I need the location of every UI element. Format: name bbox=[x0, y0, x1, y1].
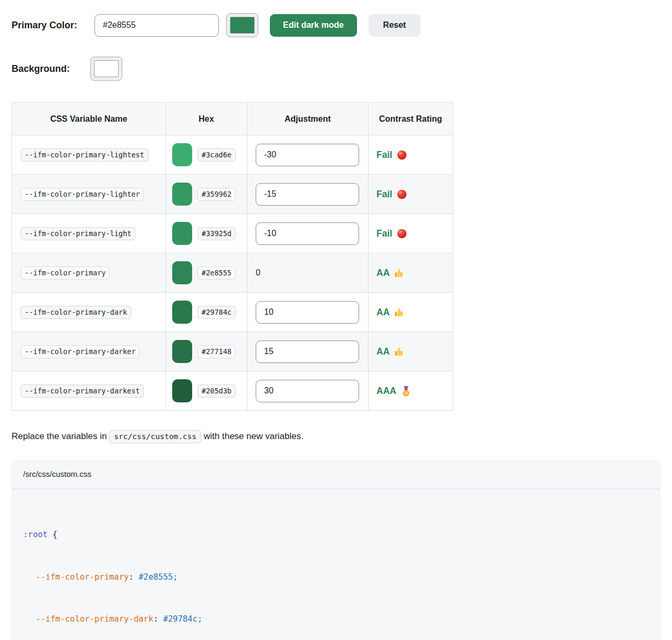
table-row: --ifm-color-primary-lightest #3cad6e Fai… bbox=[12, 135, 453, 175]
color-swatch bbox=[172, 301, 192, 324]
background-color-label: Background: bbox=[12, 63, 83, 74]
background-color-picker[interactable] bbox=[90, 57, 122, 81]
header-css-variable-name: CSS Variable Name bbox=[12, 103, 166, 135]
red-circle-icon bbox=[396, 189, 407, 200]
primary-color-picker[interactable] bbox=[226, 13, 258, 37]
primary-color-swatch bbox=[230, 17, 255, 34]
hex-value-pill: #29784c bbox=[197, 306, 236, 319]
table-row: --ifm-color-primary-darkest #205d3b AAA bbox=[12, 371, 453, 411]
adjustment-input[interactable] bbox=[256, 380, 359, 402]
thumbs-up-icon bbox=[394, 268, 405, 279]
contrast-rating: Fail bbox=[376, 228, 445, 239]
header-hex: Hex bbox=[166, 103, 247, 135]
primary-color-input[interactable] bbox=[94, 14, 219, 37]
variable-name-pill: --ifm-color-primary-dark bbox=[20, 306, 131, 319]
table-row: --ifm-color-primary-light #33925d Fail bbox=[12, 214, 453, 253]
color-swatch bbox=[172, 222, 192, 245]
primary-color-label: Primary Color: bbox=[12, 20, 94, 31]
hex-value-pill: #2e8555 bbox=[197, 266, 236, 280]
thumbs-up-icon bbox=[394, 346, 405, 357]
thumbs-up-icon bbox=[394, 307, 405, 318]
variable-name-pill: --ifm-color-primary-darker bbox=[20, 345, 140, 358]
rating-label: AA bbox=[376, 346, 390, 357]
background-color-row: Background: bbox=[12, 57, 660, 81]
adjustment-input[interactable] bbox=[256, 301, 359, 324]
background-color-swatch bbox=[94, 60, 119, 77]
contrast-rating: Fail bbox=[376, 189, 445, 200]
table-row: --ifm-color-primary-darker #277148 AA bbox=[12, 332, 453, 371]
contrast-rating: AA bbox=[376, 346, 445, 357]
variable-name-pill: --ifm-color-primary-light bbox=[20, 227, 135, 240]
contrast-rating: AA bbox=[376, 268, 445, 279]
table-header-row: CSS Variable Name Hex Adjustment Contras… bbox=[12, 103, 453, 135]
contrast-rating: Fail bbox=[376, 150, 445, 161]
hex-value-pill: #359962 bbox=[197, 188, 236, 201]
red-circle-icon bbox=[396, 150, 407, 161]
hex-value-pill: #33925d bbox=[197, 227, 236, 240]
rating-label: Fail bbox=[376, 228, 392, 239]
variable-name-pill: --ifm-color-primary-lightest bbox=[20, 148, 149, 162]
adjustment-input[interactable] bbox=[256, 340, 359, 363]
table-row: --ifm-color-primary-dark #29784c AA bbox=[12, 293, 453, 332]
edit-dark-mode-button[interactable]: Edit dark mode bbox=[270, 14, 357, 37]
variable-name-pill: --ifm-color-primary bbox=[20, 266, 110, 280]
replace-note: Replace the variables in src/css/custom.… bbox=[12, 430, 660, 443]
note-text-after: with these new variables. bbox=[201, 431, 303, 441]
note-text-before: Replace the variables in bbox=[12, 431, 109, 441]
color-swatch bbox=[172, 261, 192, 284]
rating-label: AA bbox=[376, 268, 390, 279]
adjustment-input[interactable] bbox=[256, 183, 359, 206]
contrast-rating: AAA bbox=[376, 386, 445, 397]
contrast-rating: AA bbox=[376, 307, 445, 318]
hex-value-pill: #205d3b bbox=[197, 385, 236, 398]
color-swatch bbox=[172, 379, 192, 402]
code-block-body: :root { --ifm-color-primary: #2e8555; --… bbox=[12, 489, 660, 640]
table-row: --ifm-color-primary #2e8555 0 AA bbox=[12, 253, 453, 293]
hex-value-pill: #3cad6e bbox=[197, 148, 236, 162]
adjustment-input[interactable] bbox=[256, 144, 359, 166]
header-contrast-rating: Contrast Rating bbox=[369, 103, 453, 135]
note-inline-code: src/css/custom.css bbox=[109, 430, 201, 443]
primary-color-row: Primary Color: Edit dark mode Reset bbox=[12, 13, 660, 37]
code-line-declaration: --ifm-color-primary-dark: #29784c; bbox=[23, 612, 649, 626]
color-swatch bbox=[172, 183, 192, 206]
code-block: /src/css/custom.css :root { --ifm-color-… bbox=[12, 460, 660, 640]
code-line-root: :root { bbox=[23, 528, 649, 542]
variable-name-pill: --ifm-color-primary-lighter bbox=[20, 188, 144, 201]
header-adjustment: Adjustment bbox=[247, 103, 369, 135]
color-swatch bbox=[172, 143, 192, 166]
code-line-declaration: --ifm-color-primary: #2e8555; bbox=[23, 570, 649, 584]
medal-icon bbox=[401, 386, 412, 397]
red-circle-icon bbox=[396, 228, 407, 239]
adjustment-static-value: 0 bbox=[256, 268, 260, 277]
rating-label: AA bbox=[376, 307, 390, 318]
variable-name-pill: --ifm-color-primary-darkest bbox=[20, 385, 144, 398]
code-block-title: /src/css/custom.css bbox=[12, 460, 660, 489]
rating-label: Fail bbox=[376, 150, 392, 161]
reset-button[interactable]: Reset bbox=[369, 14, 421, 37]
table-row: --ifm-color-primary-lighter #359962 Fail bbox=[12, 175, 453, 214]
color-swatch bbox=[172, 340, 192, 363]
rating-label: Fail bbox=[376, 189, 392, 200]
adjustment-input[interactable] bbox=[256, 222, 359, 245]
hex-value-pill: #277148 bbox=[197, 345, 236, 358]
rating-label: AAA bbox=[376, 386, 396, 397]
color-variables-table: CSS Variable Name Hex Adjustment Contras… bbox=[12, 102, 453, 411]
